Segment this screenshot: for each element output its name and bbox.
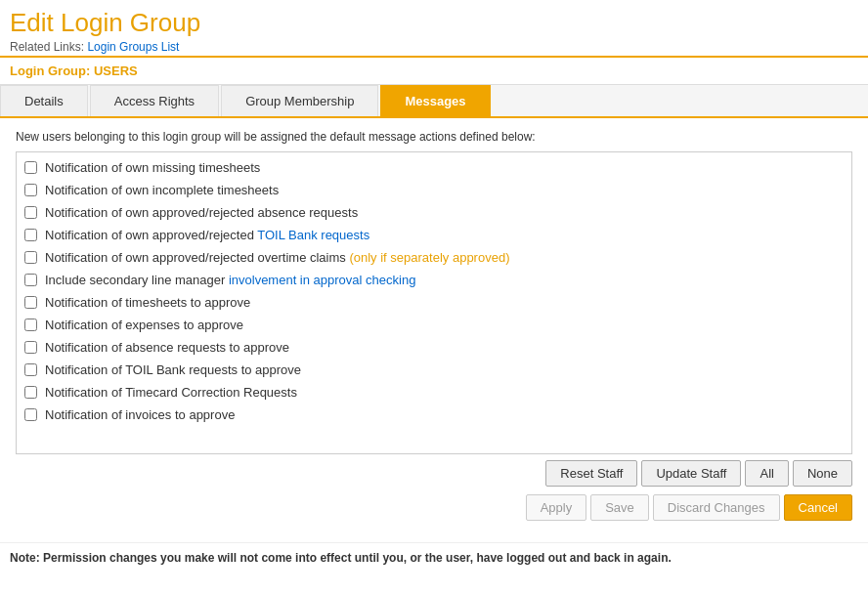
list-item: Notification of Timecard Correction Requ… xyxy=(17,381,851,404)
save-button[interactable]: Save xyxy=(590,494,649,521)
checkbox-11[interactable] xyxy=(24,386,37,399)
action-buttons-row1: Reset Staff Update Staff All None xyxy=(16,460,852,487)
checkbox-label-2: Notification of own incomplete timesheet… xyxy=(45,183,279,197)
checkbox-4[interactable] xyxy=(24,229,37,241)
login-groups-list-link[interactable]: Login Groups List xyxy=(87,40,179,54)
checkbox-label-4: Notification of own approved/rejected TO… xyxy=(45,228,369,242)
checkbox-9[interactable] xyxy=(24,341,37,354)
tab-group-membership[interactable]: Group Membership xyxy=(221,85,378,116)
tab-access-rights[interactable]: Access Rights xyxy=(90,85,219,116)
checkbox-2[interactable] xyxy=(24,184,37,196)
list-item: Include secondary line manager involveme… xyxy=(17,269,851,291)
none-button[interactable]: None xyxy=(793,460,852,487)
list-item: Notification of absence requests to appr… xyxy=(17,336,851,359)
checkbox-label-8: Notification of expenses to approve xyxy=(45,318,243,332)
checkbox-8[interactable] xyxy=(24,319,37,331)
checkbox-7[interactable] xyxy=(24,296,37,309)
checkbox-10[interactable] xyxy=(24,363,37,376)
checkbox-label-3: Notification of own approved/rejected ab… xyxy=(45,205,358,220)
page-header: Edit Login Group Related Links: Login Gr… xyxy=(0,0,868,58)
checkbox-label-12: Notification of invoices to approve xyxy=(45,407,235,422)
checkbox-label-7: Notification of timesheets to approve xyxy=(45,295,250,310)
tab-bar: Details Access Rights Group Membership M… xyxy=(0,85,868,118)
related-links-bar: Related Links: Login Groups List xyxy=(10,40,858,54)
list-item: Notification of TOIL Bank requests to ap… xyxy=(17,359,851,381)
all-button[interactable]: All xyxy=(745,460,788,487)
tab-messages[interactable]: Messages xyxy=(380,85,490,116)
checkbox-label-1: Notification of own missing timesheets xyxy=(45,160,260,175)
discard-changes-button[interactable]: Discard Changes xyxy=(653,494,780,521)
checkbox-label-10: Notification of TOIL Bank requests to ap… xyxy=(45,362,301,377)
action-buttons-row2: Apply Save Discard Changes Cancel xyxy=(16,494,852,521)
checkbox-label-11: Notification of Timecard Correction Requ… xyxy=(45,385,297,400)
checkbox-label-9: Notification of absence requests to appr… xyxy=(45,340,289,355)
checkbox-12[interactable] xyxy=(24,408,37,421)
list-item: Notification of expenses to approve xyxy=(17,314,851,336)
login-group-name: USERS xyxy=(94,64,138,78)
update-staff-button[interactable]: Update Staff xyxy=(641,460,741,487)
messages-description: New users belonging to this login group … xyxy=(16,130,852,144)
messages-tab-content: New users belonging to this login group … xyxy=(0,118,868,532)
checkbox-label-6: Include secondary line manager involveme… xyxy=(45,273,415,287)
list-item: Notification of own missing timesheets xyxy=(17,156,851,179)
list-item: Notification of own approved/rejected ab… xyxy=(17,201,851,224)
apply-button[interactable]: Apply xyxy=(526,494,587,521)
checkbox-5[interactable] xyxy=(24,251,37,264)
checkbox-label-5: Notification of own approved/rejected ov… xyxy=(45,250,509,265)
list-item: Notification of own approved/rejected TO… xyxy=(17,224,851,246)
list-item: Notification of own incomplete timesheet… xyxy=(17,179,851,201)
list-item: Notification of own approved/rejected ov… xyxy=(17,246,851,269)
list-item: Notification of invoices to approve xyxy=(17,404,851,426)
note-text: Note: Permission changes you make will n… xyxy=(10,551,672,565)
related-links-label: Related Links: xyxy=(10,40,84,54)
checkbox-3[interactable] xyxy=(24,206,37,219)
reset-staff-button[interactable]: Reset Staff xyxy=(545,460,637,487)
checkbox-1[interactable] xyxy=(24,161,37,174)
login-group-bar: Login Group: USERS xyxy=(0,58,868,85)
login-group-label: Login Group: xyxy=(10,64,90,78)
checkbox-list: Notification of own missing timesheets N… xyxy=(16,151,852,454)
list-item: Notification of timesheets to approve xyxy=(17,291,851,314)
cancel-button[interactable]: Cancel xyxy=(784,494,852,521)
checkbox-6[interactable] xyxy=(24,274,37,286)
note-bar: Note: Permission changes you make will n… xyxy=(0,542,868,573)
page-title: Edit Login Group xyxy=(10,8,858,38)
tab-details[interactable]: Details xyxy=(0,85,88,116)
